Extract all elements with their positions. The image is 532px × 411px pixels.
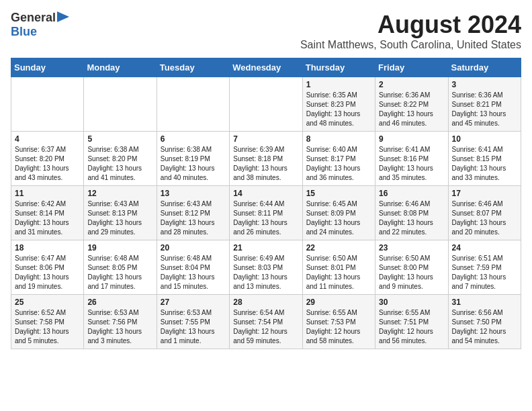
day-cell: 25Sunrise: 6:52 AM Sunset: 7:58 PM Dayli… <box>11 295 84 349</box>
day-number: 19 <box>87 243 152 253</box>
day-cell: 16Sunrise: 6:46 AM Sunset: 8:08 PM Dayli… <box>375 186 448 240</box>
logo-general: General <box>11 11 56 25</box>
header-cell-tuesday: Tuesday <box>157 58 229 77</box>
day-cell: 7Sunrise: 6:39 AM Sunset: 8:18 PM Daylig… <box>230 132 302 186</box>
day-cell: 1Sunrise: 6:35 AM Sunset: 8:23 PM Daylig… <box>302 77 375 132</box>
day-info: Sunrise: 6:55 AM Sunset: 7:51 PM Dayligh… <box>379 308 444 346</box>
day-number: 6 <box>161 134 226 144</box>
logo-arrow-icon <box>57 11 69 25</box>
day-number: 24 <box>452 243 517 253</box>
calendar-table: SundayMondayTuesdayWednesdayThursdayFrid… <box>11 58 521 349</box>
day-info: Sunrise: 6:43 AM Sunset: 8:13 PM Dayligh… <box>87 199 152 237</box>
logo-blue: Blue <box>11 25 37 38</box>
day-cell: 5Sunrise: 6:38 AM Sunset: 8:20 PM Daylig… <box>84 132 157 186</box>
day-number: 11 <box>15 189 80 198</box>
day-cell: 23Sunrise: 6:50 AM Sunset: 8:00 PM Dayli… <box>375 240 448 295</box>
day-info: Sunrise: 6:45 AM Sunset: 8:09 PM Dayligh… <box>306 199 371 237</box>
week-row-4: 25Sunrise: 6:52 AM Sunset: 7:58 PM Dayli… <box>11 295 521 349</box>
header-cell-friday: Friday <box>375 58 448 77</box>
day-info: Sunrise: 6:38 AM Sunset: 8:20 PM Dayligh… <box>87 145 152 183</box>
calendar-header: SundayMondayTuesdayWednesdayThursdayFrid… <box>11 58 521 77</box>
week-row-3: 18Sunrise: 6:47 AM Sunset: 8:06 PM Dayli… <box>11 240 521 295</box>
day-number: 13 <box>161 189 226 198</box>
day-cell: 12Sunrise: 6:43 AM Sunset: 8:13 PM Dayli… <box>84 186 157 240</box>
day-number: 16 <box>379 189 444 198</box>
header-cell-monday: Monday <box>84 58 157 77</box>
day-info: Sunrise: 6:40 AM Sunset: 8:17 PM Dayligh… <box>306 145 371 183</box>
day-cell: 14Sunrise: 6:44 AM Sunset: 8:11 PM Dayli… <box>230 186 302 240</box>
day-cell: 27Sunrise: 6:53 AM Sunset: 7:55 PM Dayli… <box>157 295 229 349</box>
title-section: August 2024 Saint Matthews, South Caroli… <box>300 11 521 51</box>
month-title: August 2024 <box>300 11 521 39</box>
day-cell: 2Sunrise: 6:36 AM Sunset: 8:22 PM Daylig… <box>375 77 448 132</box>
day-cell <box>157 77 229 132</box>
day-number: 1 <box>306 80 371 89</box>
day-cell: 8Sunrise: 6:40 AM Sunset: 8:17 PM Daylig… <box>302 132 375 186</box>
day-number: 17 <box>452 189 517 198</box>
day-number: 21 <box>233 243 298 253</box>
day-cell: 26Sunrise: 6:53 AM Sunset: 7:56 PM Dayli… <box>84 295 157 349</box>
day-cell: 22Sunrise: 6:50 AM Sunset: 8:01 PM Dayli… <box>302 240 375 295</box>
logo: General Blue <box>11 11 69 39</box>
day-cell <box>84 77 157 132</box>
week-row-1: 4Sunrise: 6:37 AM Sunset: 8:20 PM Daylig… <box>11 132 521 186</box>
day-number: 26 <box>87 298 152 307</box>
day-info: Sunrise: 6:47 AM Sunset: 8:06 PM Dayligh… <box>15 254 80 291</box>
day-cell: 10Sunrise: 6:41 AM Sunset: 8:15 PM Dayli… <box>448 132 521 186</box>
day-cell: 30Sunrise: 6:55 AM Sunset: 7:51 PM Dayli… <box>375 295 448 349</box>
day-cell: 11Sunrise: 6:42 AM Sunset: 8:14 PM Dayli… <box>11 186 84 240</box>
day-info: Sunrise: 6:48 AM Sunset: 8:05 PM Dayligh… <box>87 254 152 291</box>
day-cell: 29Sunrise: 6:55 AM Sunset: 7:53 PM Dayli… <box>302 295 375 349</box>
header-cell-wednesday: Wednesday <box>230 58 302 77</box>
day-number: 22 <box>306 243 371 253</box>
day-info: Sunrise: 6:43 AM Sunset: 8:12 PM Dayligh… <box>161 199 226 237</box>
day-info: Sunrise: 6:54 AM Sunset: 7:54 PM Dayligh… <box>233 308 298 346</box>
day-number: 3 <box>452 80 517 89</box>
day-info: Sunrise: 6:52 AM Sunset: 7:58 PM Dayligh… <box>15 308 80 346</box>
day-info: Sunrise: 6:46 AM Sunset: 8:08 PM Dayligh… <box>379 199 444 237</box>
day-cell: 31Sunrise: 6:56 AM Sunset: 7:50 PM Dayli… <box>448 295 521 349</box>
header-cell-sunday: Sunday <box>11 58 84 77</box>
day-number: 25 <box>15 298 80 307</box>
day-info: Sunrise: 6:41 AM Sunset: 8:15 PM Dayligh… <box>452 145 517 183</box>
location-title: Saint Matthews, South Carolina, United S… <box>300 39 521 51</box>
day-number: 31 <box>452 298 517 307</box>
day-info: Sunrise: 6:38 AM Sunset: 8:19 PM Dayligh… <box>161 145 226 183</box>
day-number: 15 <box>306 189 371 198</box>
day-info: Sunrise: 6:51 AM Sunset: 7:59 PM Dayligh… <box>452 254 517 291</box>
day-info: Sunrise: 6:56 AM Sunset: 7:50 PM Dayligh… <box>452 308 517 346</box>
day-number: 30 <box>379 298 444 307</box>
day-info: Sunrise: 6:39 AM Sunset: 8:18 PM Dayligh… <box>233 145 298 183</box>
day-cell: 15Sunrise: 6:45 AM Sunset: 8:09 PM Dayli… <box>302 186 375 240</box>
day-info: Sunrise: 6:46 AM Sunset: 8:07 PM Dayligh… <box>452 199 517 237</box>
day-number: 28 <box>233 298 298 307</box>
day-number: 8 <box>306 134 371 144</box>
day-number: 27 <box>161 298 226 307</box>
day-info: Sunrise: 6:49 AM Sunset: 8:03 PM Dayligh… <box>233 254 298 291</box>
week-row-2: 11Sunrise: 6:42 AM Sunset: 8:14 PM Dayli… <box>11 186 521 240</box>
day-cell: 24Sunrise: 6:51 AM Sunset: 7:59 PM Dayli… <box>448 240 521 295</box>
day-info: Sunrise: 6:35 AM Sunset: 8:23 PM Dayligh… <box>306 91 371 128</box>
day-cell <box>230 77 302 132</box>
day-cell <box>11 77 84 132</box>
day-cell: 6Sunrise: 6:38 AM Sunset: 8:19 PM Daylig… <box>157 132 229 186</box>
day-number: 2 <box>379 80 444 89</box>
day-number: 20 <box>161 243 226 253</box>
day-info: Sunrise: 6:36 AM Sunset: 8:22 PM Dayligh… <box>379 91 444 128</box>
day-number: 5 <box>87 134 152 144</box>
day-number: 12 <box>87 189 152 198</box>
day-cell: 3Sunrise: 6:36 AM Sunset: 8:21 PM Daylig… <box>448 77 521 132</box>
day-cell: 19Sunrise: 6:48 AM Sunset: 8:05 PM Dayli… <box>84 240 157 295</box>
svg-marker-0 <box>57 11 69 22</box>
day-cell: 13Sunrise: 6:43 AM Sunset: 8:12 PM Dayli… <box>157 186 229 240</box>
day-cell: 9Sunrise: 6:41 AM Sunset: 8:16 PM Daylig… <box>375 132 448 186</box>
day-number: 23 <box>379 243 444 253</box>
day-info: Sunrise: 6:50 AM Sunset: 8:01 PM Dayligh… <box>306 254 371 291</box>
day-info: Sunrise: 6:44 AM Sunset: 8:11 PM Dayligh… <box>233 199 298 237</box>
day-number: 29 <box>306 298 371 307</box>
day-number: 10 <box>452 134 517 144</box>
header-cell-thursday: Thursday <box>302 58 375 77</box>
day-info: Sunrise: 6:42 AM Sunset: 8:14 PM Dayligh… <box>15 199 80 237</box>
day-info: Sunrise: 6:36 AM Sunset: 8:21 PM Dayligh… <box>452 91 517 128</box>
day-cell: 4Sunrise: 6:37 AM Sunset: 8:20 PM Daylig… <box>11 132 84 186</box>
